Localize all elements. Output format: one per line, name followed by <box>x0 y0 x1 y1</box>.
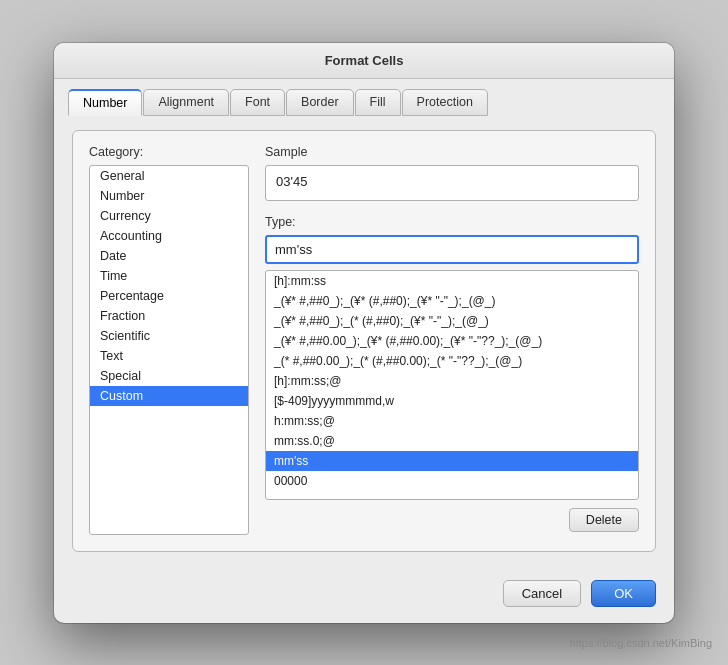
dialog-footer: Cancel OK <box>54 568 674 623</box>
category-item-special[interactable]: Special <box>90 366 248 386</box>
type-item-2[interactable]: _(¥* #,##0_);_(¥* (#,##0);_(¥* "-"_);_(@… <box>266 291 638 311</box>
type-list[interactable]: [h]:mm:ss _(¥* #,##0_);_(¥* (#,##0);_(¥*… <box>265 270 639 500</box>
category-item-accounting[interactable]: Accounting <box>90 226 248 246</box>
category-item-time[interactable]: Time <box>90 266 248 286</box>
ok-button[interactable]: OK <box>591 580 656 607</box>
tab-font[interactable]: Font <box>230 89 285 116</box>
category-section: Category: General Number Currency Accoun… <box>89 145 249 535</box>
category-item-date[interactable]: Date <box>90 246 248 266</box>
category-item-custom[interactable]: Custom <box>90 386 248 406</box>
type-item-1[interactable]: [h]:mm:ss <box>266 271 638 291</box>
tab-protection[interactable]: Protection <box>402 89 488 116</box>
sample-value: 03'45 <box>265 165 639 201</box>
tab-bar: Number Alignment Font Border Fill Protec… <box>54 79 674 116</box>
category-item-currency[interactable]: Currency <box>90 206 248 226</box>
watermark: https://blog.csdn.net/KimBing <box>570 637 712 649</box>
tab-content: Category: General Number Currency Accoun… <box>54 116 674 568</box>
category-item-fraction[interactable]: Fraction <box>90 306 248 326</box>
delete-row: Delete <box>265 508 639 532</box>
right-section: Sample 03'45 Type: [h]:mm:ss _(¥* #,##0_… <box>265 145 639 535</box>
type-label: Type: <box>265 215 639 229</box>
category-list[interactable]: General Number Currency Accounting Date … <box>89 165 249 535</box>
sample-label: Sample <box>265 145 639 159</box>
type-item-4[interactable]: _(¥* #,##0.00_);_(¥* (#,##0.00);_(¥* "-"… <box>266 331 638 351</box>
type-item-9[interactable]: mm:ss.0;@ <box>266 431 638 451</box>
type-item-6[interactable]: [h]:mm:ss;@ <box>266 371 638 391</box>
category-item-text[interactable]: Text <box>90 346 248 366</box>
main-layout: Category: General Number Currency Accoun… <box>89 145 639 535</box>
category-item-general[interactable]: General <box>90 166 248 186</box>
type-item-11[interactable]: 00000 <box>266 471 638 491</box>
type-item-10[interactable]: mm'ss <box>266 451 638 471</box>
format-cells-dialog: Format Cells Number Alignment Font Borde… <box>54 43 674 623</box>
category-item-scientific[interactable]: Scientific <box>90 326 248 346</box>
type-item-5[interactable]: _(* #,##0.00_);_(* (#,##0.00);_(* "-"??_… <box>266 351 638 371</box>
tab-border[interactable]: Border <box>286 89 354 116</box>
category-item-percentage[interactable]: Percentage <box>90 286 248 306</box>
tab-fill[interactable]: Fill <box>355 89 401 116</box>
delete-button[interactable]: Delete <box>569 508 639 532</box>
dialog-title: Format Cells <box>54 43 674 79</box>
type-item-8[interactable]: h:mm:ss;@ <box>266 411 638 431</box>
tab-alignment[interactable]: Alignment <box>143 89 229 116</box>
type-item-7[interactable]: [$-409]yyyymmmmd,w <box>266 391 638 411</box>
category-item-number[interactable]: Number <box>90 186 248 206</box>
cancel-button[interactable]: Cancel <box>503 580 581 607</box>
type-item-3[interactable]: _(¥* #,##0_);_(* (#,##0);_(¥* "-"_);_(@_… <box>266 311 638 331</box>
type-input[interactable] <box>265 235 639 264</box>
tab-number[interactable]: Number <box>68 89 142 116</box>
content-panel: Category: General Number Currency Accoun… <box>72 130 656 552</box>
category-label: Category: <box>89 145 249 159</box>
